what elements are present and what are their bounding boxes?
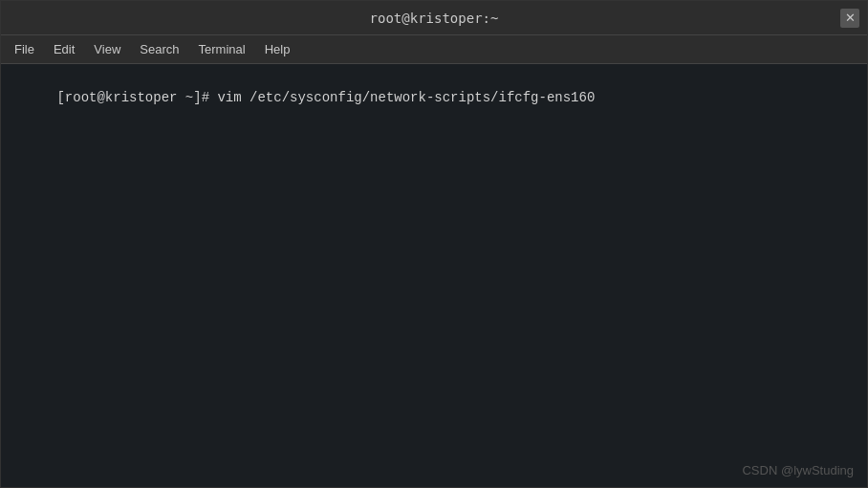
menu-search[interactable]: Search	[130, 38, 188, 60]
menu-terminal[interactable]: Terminal	[189, 38, 255, 60]
window-title: root@kristoper:~	[370, 11, 499, 26]
menu-bar: File Edit View Search Terminal Help	[1, 35, 867, 64]
menu-file[interactable]: File	[5, 38, 44, 60]
title-bar: root@kristoper:~ ✕	[1, 1, 867, 35]
watermark: CSDN @lywStuding	[742, 463, 854, 477]
terminal-command: vim /etc/sysconfig/network-scripts/ifcfg…	[217, 90, 595, 105]
terminal-body[interactable]: [root@kristoper ~]# vim /etc/sysconfig/n…	[1, 64, 867, 487]
terminal-prompt: [root@kristoper ~]#	[56, 90, 217, 105]
close-button[interactable]: ✕	[840, 9, 859, 28]
menu-view[interactable]: View	[84, 38, 130, 60]
menu-edit[interactable]: Edit	[44, 38, 84, 60]
terminal-line: [root@kristoper ~]# vim /etc/sysconfig/n…	[9, 70, 859, 126]
menu-help[interactable]: Help	[255, 38, 300, 60]
terminal-window: root@kristoper:~ ✕ File Edit View Search…	[0, 0, 868, 488]
